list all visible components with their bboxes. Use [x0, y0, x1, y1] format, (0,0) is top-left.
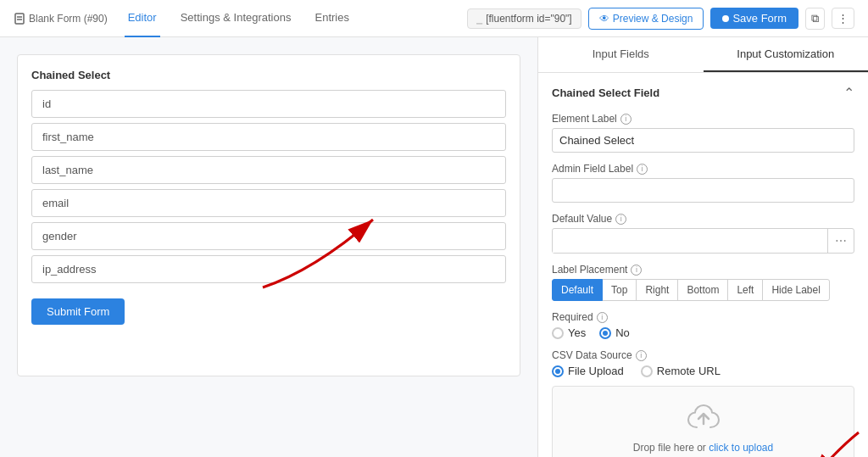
required-info-icon: i	[597, 312, 608, 323]
placement-bottom-button[interactable]: Bottom	[677, 279, 728, 301]
form-field-first-name: first_name	[31, 123, 506, 151]
csv-source-info-icon: i	[636, 350, 647, 361]
more-options-button[interactable]: ⋮	[832, 8, 854, 29]
placement-buttons: Default Top Right Bottom Left Hide Label	[552, 279, 854, 301]
right-panel: Input Fields Input Customization Chained…	[537, 37, 868, 457]
tab-editor[interactable]: Editor	[125, 0, 160, 37]
required-yes-radio[interactable]	[552, 327, 564, 339]
customization-content: Chained Select Field ⌃ Element Label i A…	[538, 73, 868, 457]
required-group: Required i Yes No	[552, 311, 854, 339]
placement-default-button[interactable]: Default	[552, 279, 603, 301]
required-yes-option[interactable]: Yes	[552, 326, 586, 339]
left-panel: Chained Select id first_name last_name e…	[0, 37, 537, 457]
form-field-last-name: last_name	[31, 156, 506, 184]
default-value-dots-button[interactable]: ⋯	[827, 229, 854, 253]
shortcode-button[interactable]: ⎯ [fluentform id="90"]	[467, 8, 581, 29]
form-field-gender: gender	[31, 222, 506, 250]
section-collapse-button[interactable]: ⌃	[843, 85, 854, 101]
top-navigation: Blank Form (#90) Editor Settings & Integ…	[0, 0, 868, 37]
form-container: Chained Select id first_name last_name e…	[17, 54, 520, 376]
label-placement-info-icon: i	[631, 265, 642, 276]
default-value-input-container: ⋯	[552, 228, 854, 254]
admin-field-label-input[interactable]	[552, 178, 854, 203]
expand-button[interactable]: ⧉	[805, 8, 825, 30]
upload-drop-text: Drop file here or click to upload	[566, 442, 840, 454]
csv-data-source-label: CSV Data Source i	[552, 349, 854, 361]
submit-form-button[interactable]: Submit Form	[31, 298, 125, 325]
admin-field-info-icon: i	[637, 164, 648, 175]
tab-input-customization[interactable]: Input Customization	[704, 37, 869, 72]
click-to-upload-link[interactable]: click to upload	[709, 442, 773, 454]
csv-data-source-group: CSV Data Source i File Upload Remote URL	[552, 349, 854, 457]
required-radio-group: Yes No	[552, 326, 854, 339]
element-label-group: Element Label i	[552, 113, 854, 153]
section-header: Chained Select Field ⌃	[552, 85, 854, 101]
form-field-email: email	[31, 189, 506, 217]
svg-rect-0	[15, 14, 24, 24]
placement-left-button[interactable]: Left	[727, 279, 763, 301]
default-value-label: Default Value i	[552, 213, 854, 225]
default-value-input[interactable]	[553, 230, 827, 253]
blank-form-link[interactable]: Blank Form (#90)	[14, 13, 108, 25]
preview-button[interactable]: 👁 Preview & Design	[588, 8, 704, 30]
file-upload-option[interactable]: File Upload	[552, 365, 624, 377]
upload-area[interactable]: Drop file here or click to upload	[552, 386, 854, 457]
default-value-info-icon: i	[615, 214, 626, 225]
admin-field-label-label: Admin Field Label i	[552, 163, 854, 175]
eye-icon: 👁	[599, 13, 609, 25]
main-layout: Chained Select id first_name last_name e…	[0, 37, 868, 457]
csv-source-radio-group: File Upload Remote URL	[552, 365, 854, 377]
required-label: Required i	[552, 311, 854, 323]
tab-settings[interactable]: Settings & Integrations	[177, 0, 295, 37]
save-form-button[interactable]: Save Form	[710, 8, 798, 29]
chained-select-label: Chained Select	[31, 69, 506, 81]
required-no-radio[interactable]	[599, 327, 611, 339]
section-title: Chained Select Field	[552, 86, 659, 99]
upload-cloud-icon	[566, 400, 840, 437]
element-label-label: Element Label i	[552, 113, 854, 125]
remote-url-option[interactable]: Remote URL	[641, 365, 721, 377]
label-placement-group: Label Placement i Default Top Right Bott…	[552, 264, 854, 301]
admin-field-label-group: Admin Field Label i	[552, 163, 854, 203]
form-field-ip-address: ip_address	[31, 255, 506, 283]
save-dot-icon	[722, 15, 729, 22]
placement-hide-label-button[interactable]: Hide Label	[762, 279, 829, 301]
panel-tabs: Input Fields Input Customization	[538, 37, 868, 73]
element-label-info-icon: i	[620, 114, 632, 125]
remote-url-radio[interactable]	[641, 365, 653, 377]
tab-entries[interactable]: Entries	[311, 0, 352, 37]
element-label-input[interactable]	[552, 128, 854, 153]
placement-right-button[interactable]: Right	[636, 279, 678, 301]
file-upload-radio[interactable]	[552, 365, 564, 377]
default-value-group: Default Value i ⋯	[552, 213, 854, 254]
required-no-option[interactable]: No	[599, 326, 630, 339]
form-field-id: id	[31, 90, 506, 118]
placement-top-button[interactable]: Top	[602, 279, 637, 301]
label-placement-label: Label Placement i	[552, 264, 854, 276]
tab-input-fields[interactable]: Input Fields	[538, 37, 704, 72]
